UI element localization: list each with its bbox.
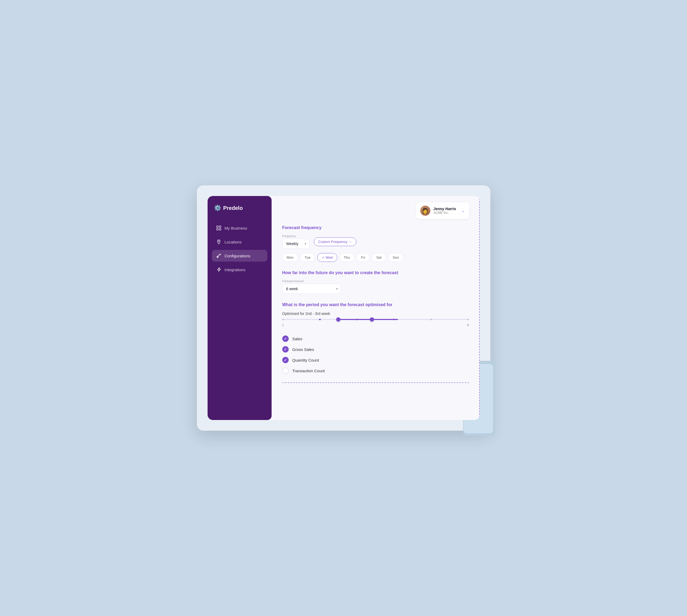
horizon-select[interactable]: 6 week 4 week 8 week 12 week [282,284,341,294]
tools-icon [216,253,221,258]
forecast-horizon-title: How far into the future do you want to c… [282,270,469,275]
slider-container: 1 6 [282,319,469,327]
custom-frequency-label: Custom Frequency → [318,240,352,244]
checkbox-label-transaction-count: Transaction Count [293,369,325,373]
bolt-icon [216,267,221,272]
checkbox-gross-sales[interactable]: ✓ [282,346,289,353]
checkbox-label-sales: Sales [293,336,303,341]
user-header: 👩 Jenny Harris ACME Inc. ⌄ [282,202,469,219]
sidebar: ⚙️ Predelo My Business [208,196,272,420]
checkbox-transaction-count[interactable] [282,368,289,374]
slider-dots [282,319,469,320]
day-thu[interactable]: Thu [339,253,354,262]
frequency-select-wrapper: Frequency Weekly Daily Monthly ▾ [282,235,309,249]
optimised-period-title: What is the period you want the forecast… [282,302,469,307]
user-card: 👩 Jenny Harris ACME Inc. ⌄ [416,202,469,219]
frequency-select-container: Weekly Daily Monthly ▾ [282,239,309,249]
optimised-period-section: What is the period you want the forecast… [282,302,469,327]
day-sun[interactable]: Sun [388,253,403,262]
custom-frequency-button[interactable]: Custom Frequency → [314,237,357,246]
bottom-dashed-line [282,382,469,383]
horizon-label: Forecast horizon [282,280,469,283]
slider-max-label: 6 [467,323,469,327]
checkbox-label-gross-sales: Gross Sales [293,347,314,352]
slider-track [282,319,469,320]
svg-rect-0 [217,226,218,227]
frequency-select[interactable]: Weekly Daily Monthly [282,239,309,249]
check-icon-gross: ✓ [284,348,287,351]
chevron-down-icon[interactable]: ⌄ [461,208,465,213]
slider-min-label: 1 [282,323,284,327]
sidebar-item-integrations[interactable]: Integrations [212,264,267,276]
slider-handle-right[interactable] [370,317,374,322]
slider-labels: 1 6 [282,323,469,327]
forecast-frequency-title: Forecast frequency [282,225,469,230]
slider-dot-2 [319,319,321,320]
app-outer: ⚙️ Predelo My Business [197,185,490,431]
user-company: ACME Inc. [433,211,456,215]
svg-rect-1 [219,226,221,227]
day-fri[interactable]: Fri [357,253,369,262]
forecast-horizon-section: How far into the future do you want to c… [282,270,469,294]
day-mon[interactable]: Mon [282,253,298,262]
day-wed[interactable]: Wed [317,253,337,262]
slider-handle-left[interactable] [336,317,340,322]
sidebar-label-integrations: Integrations [224,267,245,272]
sidebar-item-configurations[interactable]: Configurations [212,250,267,262]
location-icon [216,239,221,244]
logo: ⚙️ Predelo [212,204,267,212]
checkbox-item-transaction-count: Transaction Count [282,368,469,374]
day-tue[interactable]: Tue [300,253,315,262]
check-icon-quantity: ✓ [284,358,287,362]
checkbox-item-gross-sales: ✓ Gross Sales [282,346,469,353]
day-sat[interactable]: Sat [372,253,386,262]
optimised-text: Optimised for 2nd - 3rd week [282,311,469,316]
main-content: 👩 Jenny Harris ACME Inc. ⌄ Forecast freq… [272,196,480,420]
svg-point-4 [218,241,219,242]
checkbox-quantity-count[interactable]: ✓ [282,357,289,363]
slider-dot-4 [393,319,395,320]
frequency-row: Frequency Weekly Daily Monthly ▾ Custom … [282,235,469,249]
sidebar-label-configurations: Configurations [224,254,251,258]
avatar: 👩 [420,205,430,216]
forecast-frequency-section: Forecast frequency Frequency Weekly Dail… [282,225,469,262]
slider-dot-6 [467,319,469,320]
checkbox-label-quantity-count: Quantity Count [293,358,319,362]
frequency-label: Frequency [282,235,309,238]
check-icon: ✓ [284,337,287,341]
main-card: ⚙️ Predelo My Business [208,196,480,420]
day-buttons-group: Mon Tue Wed Thu Fri Sat Sun [282,253,469,262]
checkbox-item-sales: ✓ Sales [282,335,469,342]
logo-icon: ⚙️ [214,204,221,212]
metrics-section: ✓ Sales ✓ Gross Sales ✓ Qua [282,335,469,374]
dashed-right-border [479,196,480,420]
logo-text: Predelo [223,205,243,211]
svg-rect-2 [217,228,218,230]
user-info: Jenny Harris ACME Inc. [433,207,456,215]
svg-rect-3 [219,228,221,230]
sidebar-label-my-business: My Business [224,226,247,230]
grid-icon [216,225,221,231]
checkbox-item-quantity-count: ✓ Quantity Count [282,357,469,363]
slider-dot-1 [282,319,284,320]
sidebar-item-my-business[interactable]: My Business [212,222,267,234]
sidebar-label-locations: Locations [224,240,242,244]
user-name: Jenny Harris [433,207,456,211]
checkbox-sales[interactable]: ✓ [282,335,289,342]
checkbox-list: ✓ Sales ✓ Gross Sales ✓ Qua [282,335,469,374]
slider-dot-5 [430,319,432,320]
slider-dot-3 [356,319,358,320]
horizon-select-container: 6 week 4 week 8 week 12 week ▾ [282,284,341,294]
sidebar-item-locations[interactable]: Locations [212,236,267,248]
